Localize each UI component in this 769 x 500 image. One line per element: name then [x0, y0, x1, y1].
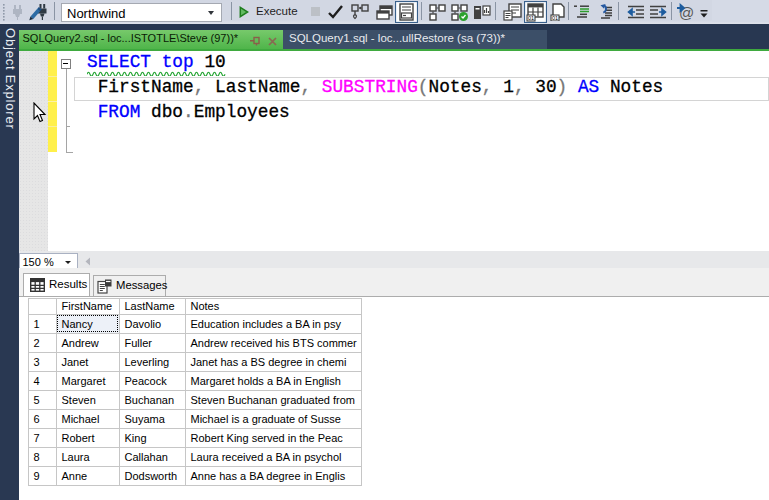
svg-text:01: 01 [552, 15, 558, 21]
svg-text:01: 01 [528, 15, 534, 21]
